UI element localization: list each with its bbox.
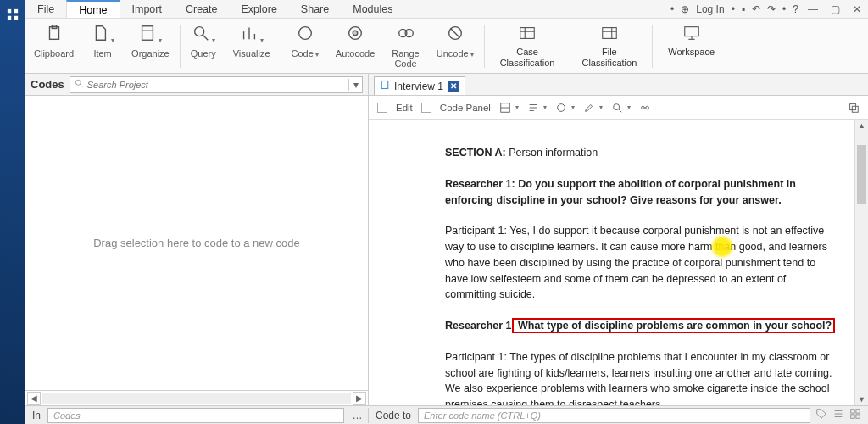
svg-point-38 xyxy=(614,103,620,109)
window-close[interactable]: ✕ xyxy=(849,3,865,15)
hscrollbar[interactable]: ◀ ▶ xyxy=(25,390,368,405)
login-icon: ⊕ xyxy=(681,3,689,15)
ribbon-file-classification[interactable]: File Classification xyxy=(568,20,650,73)
scroll-left-icon[interactable]: ◀ xyxy=(27,392,41,405)
link-icon[interactable] xyxy=(639,102,651,114)
researcher-label: Researcher 1: xyxy=(445,178,518,190)
document-icon xyxy=(380,80,390,92)
ribbon-autocode[interactable]: Autocode xyxy=(327,20,383,73)
ribbon-organize[interactable]: Organize xyxy=(123,20,178,73)
ribbon-label: Visualize xyxy=(233,48,270,59)
tag-icon[interactable] xyxy=(815,408,827,422)
ribbon-item[interactable]: Item xyxy=(82,20,123,73)
ribbon-label: Case Classification xyxy=(500,47,555,69)
popout-icon[interactable] xyxy=(848,102,860,114)
ribbon: Clipboard Item Organize Query Visualize … xyxy=(25,19,868,74)
chart-icon xyxy=(240,24,264,45)
svg-line-19 xyxy=(450,29,459,38)
menu-home[interactable]: Home xyxy=(66,0,120,18)
search-project[interactable]: ▾ xyxy=(70,76,363,93)
ribbon-code[interactable]: Code xyxy=(283,20,327,73)
svg-point-40 xyxy=(642,106,645,109)
svg-rect-43 xyxy=(850,103,856,109)
stripe-icon[interactable] xyxy=(832,408,844,422)
ribbon-label: Clipboard xyxy=(34,48,74,59)
svg-rect-0 xyxy=(8,9,11,13)
tab-label: Interview 1 xyxy=(394,81,443,92)
app-logo-icon xyxy=(7,8,19,23)
menu-modules[interactable]: Modules xyxy=(341,0,404,18)
search-input[interactable] xyxy=(87,80,348,90)
section-heading-text: Person information xyxy=(506,147,598,159)
layout-icon[interactable] xyxy=(499,102,519,114)
tab-close-icon[interactable]: ✕ xyxy=(448,81,459,92)
scroll-right-icon[interactable]: ▶ xyxy=(353,392,366,405)
vscrollbar[interactable]: ▲ ▼ xyxy=(854,120,868,405)
zoom-icon[interactable] xyxy=(611,102,631,114)
scroll-down-icon[interactable]: ▼ xyxy=(855,393,868,405)
save-icon[interactable]: ▪ xyxy=(742,3,745,15)
participant-label: Participant 1: xyxy=(445,225,509,237)
menu-explore[interactable]: Explore xyxy=(229,0,288,18)
grid-icon[interactable] xyxy=(849,408,861,422)
svg-rect-2 xyxy=(8,16,11,20)
code-panel-checkbox[interactable] xyxy=(421,103,431,113)
edit-label: Edit xyxy=(396,103,413,113)
workspace-icon xyxy=(681,24,703,45)
codeto-field[interactable]: Enter code name (CTRL+Q) xyxy=(418,408,810,423)
in-label: In xyxy=(25,410,47,421)
document-panel: Interview 1 ✕ Edit Code Panel xyxy=(369,74,868,405)
login-link[interactable]: Log In xyxy=(696,3,724,15)
tab-interview-1[interactable]: Interview 1 ✕ xyxy=(374,76,465,95)
app-left-rail xyxy=(0,0,25,424)
scroll-thumb[interactable] xyxy=(857,145,866,204)
svg-line-30 xyxy=(80,85,82,87)
redo-icon[interactable]: ↷ xyxy=(767,3,776,15)
window-minimize[interactable]: — xyxy=(805,3,821,15)
ribbon-range-code[interactable]: Range Code xyxy=(383,20,427,73)
paragraph-icon[interactable] xyxy=(527,102,547,114)
in-field[interactable]: Codes xyxy=(47,408,344,423)
highlighter-icon[interactable] xyxy=(583,102,603,114)
answer-text: Yes, I do support it because xyxy=(509,225,643,237)
ribbon-visualize[interactable]: Visualize xyxy=(225,20,279,73)
ribbon-clipboard[interactable]: Clipboard xyxy=(25,20,82,73)
window-maximize[interactable]: ▢ xyxy=(827,3,843,15)
svg-point-13 xyxy=(298,27,311,40)
ribbon-uncode[interactable]: Uncode xyxy=(428,20,482,73)
ribbon-label: Code xyxy=(292,48,319,59)
in-more-button[interactable]: … xyxy=(348,410,368,421)
menu-file[interactable]: File xyxy=(25,0,66,18)
menu-share[interactable]: Share xyxy=(289,0,341,18)
code-panel-label: Code Panel xyxy=(440,103,491,113)
codes-panel-title: Codes xyxy=(25,78,70,91)
scroll-up-icon[interactable]: ▲ xyxy=(855,120,868,131)
menu-import[interactable]: Import xyxy=(120,0,174,18)
code-dropzone[interactable]: Drag selection here to code to a new cod… xyxy=(25,96,368,390)
help-icon[interactable]: ? xyxy=(793,3,798,15)
menubar: File Home Import Create Explore Share Mo… xyxy=(25,0,868,19)
document-content[interactable]: SECTION A: Person information Researcher… xyxy=(369,120,854,405)
section-heading-label: SECTION A: xyxy=(445,147,506,159)
menu-create[interactable]: Create xyxy=(174,0,230,18)
circle-icon[interactable] xyxy=(555,102,575,114)
svg-line-9 xyxy=(203,36,208,41)
ribbon-case-classification[interactable]: Case Classification xyxy=(487,20,569,73)
ribbon-label: Query xyxy=(191,48,216,59)
svg-rect-1 xyxy=(14,9,18,13)
autocode-icon xyxy=(346,24,364,45)
case-classification-icon xyxy=(516,24,538,45)
ribbon-query[interactable]: Query xyxy=(182,20,225,73)
ribbon-label: Autocode xyxy=(336,48,375,59)
status-bar: In Codes … Code to Enter code name (CTRL… xyxy=(25,405,868,424)
svg-point-37 xyxy=(558,103,565,111)
search-icon xyxy=(70,78,87,91)
ribbon-workspace[interactable]: Workspace xyxy=(654,20,728,73)
search-dropdown[interactable]: ▾ xyxy=(348,79,362,91)
svg-rect-48 xyxy=(851,410,854,413)
undo-icon[interactable]: ↶ xyxy=(752,3,760,15)
code-icon xyxy=(296,24,314,45)
edit-checkbox[interactable] xyxy=(377,103,387,113)
uncode-icon xyxy=(446,24,465,45)
svg-point-29 xyxy=(75,80,81,85)
